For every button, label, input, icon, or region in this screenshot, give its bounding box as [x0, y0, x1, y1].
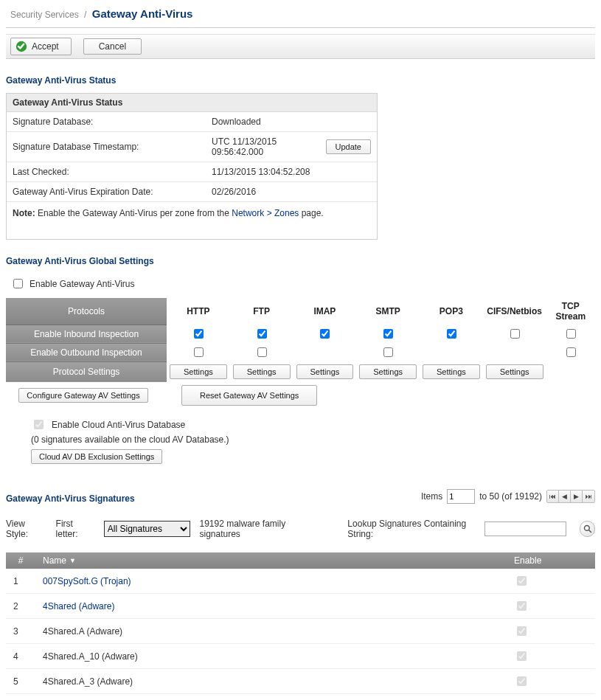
config-row: Configure Gateway AV Settings Reset Gate… — [6, 385, 595, 406]
signature-enable-checkbox[interactable] — [517, 651, 527, 661]
accept-button[interactable]: Accept — [10, 38, 72, 55]
col-ftp: FTP — [230, 298, 293, 325]
outbound-ftp-checkbox[interactable] — [257, 347, 267, 357]
page-from-input[interactable] — [447, 489, 475, 504]
col-imap: IMAP — [293, 298, 357, 325]
outbound-tcpstream-checkbox[interactable] — [566, 347, 576, 357]
prev-page-button[interactable]: ◀ — [559, 491, 571, 502]
last-page-button[interactable]: ⏭ — [583, 491, 594, 502]
first-page-button[interactable]: ⏮ — [547, 491, 559, 502]
signature-enable-checkbox[interactable] — [517, 601, 527, 611]
row-inbound-label: Enable Inbound Inspection — [6, 325, 167, 343]
status-row-ts: Signature Database Timestamp: UTC 11/13/… — [7, 132, 377, 162]
row-inbound: Enable Inbound Inspection — [6, 325, 595, 343]
breadcrumb-parent: Security Services — [10, 10, 79, 20]
row-enable-cell — [507, 569, 595, 594]
settings-pop3-button[interactable]: Settings — [423, 364, 480, 379]
settings-cifsnetbios-button[interactable]: Settings — [486, 364, 543, 379]
outbound-smtp-checkbox[interactable] — [383, 347, 393, 357]
inbound-pop3-checkbox[interactable] — [447, 329, 456, 339]
col-name-header[interactable]: Name ▼ — [35, 552, 507, 569]
status-row-lastchecked: Last Checked: 11/13/2015 13:04:52.208 — [7, 162, 377, 182]
breadcrumb-separator: / — [84, 10, 86, 20]
col-pop3: POP3 — [420, 298, 483, 325]
section-heading-status: Gateway Anti-Virus Status — [6, 75, 595, 86]
signature-enable-checkbox[interactable] — [517, 576, 527, 586]
enable-cloud-av-checkbox[interactable] — [34, 420, 44, 429]
enable-cloud-av-label: Enable Cloud Anti-Virus Database — [52, 420, 185, 430]
row-protocol-settings-label: Protocol Settings — [6, 361, 167, 382]
inbound-imap-checkbox[interactable] — [320, 329, 330, 339]
page-title: Gateway Anti-Virus — [92, 7, 193, 20]
status-note: Note: Enable the Gateway Anti-Virus per … — [7, 202, 377, 239]
row-enable-cell — [507, 619, 595, 644]
section-heading-global: Gateway Anti-Virus Global Settings — [6, 256, 595, 266]
settings-imap-button[interactable]: Settings — [296, 364, 354, 379]
next-page-button[interactable]: ▶ — [571, 491, 583, 502]
settings-smtp-button[interactable]: Settings — [359, 364, 417, 379]
inbound-http-checkbox[interactable] — [194, 329, 204, 339]
enable-gateway-av-label: Enable Gateway Anti-Virus — [29, 279, 135, 289]
divider — [6, 27, 595, 28]
lookup-input[interactable] — [484, 521, 566, 536]
enable-gateway-av-checkbox[interactable] — [13, 279, 23, 288]
signature-name: 4Shared.A (Adware) — [43, 626, 122, 637]
row-number: 6 — [6, 694, 35, 701]
row-number: 5 — [6, 669, 35, 694]
signatures-table: # Name ▼ Enable 1007SpySoft.G (Trojan)24… — [6, 552, 595, 700]
page-to-text: to 50 (of 19192) — [479, 491, 542, 502]
inbound-ftp-checkbox[interactable] — [257, 329, 267, 339]
inbound-smtp-checkbox[interactable] — [383, 329, 393, 339]
accept-button-label: Accept — [32, 41, 59, 52]
view-row: View Style: First letter: All Signatures… — [6, 519, 595, 539]
settings-http-button[interactable]: Settings — [170, 364, 227, 379]
signature-enable-checkbox[interactable] — [517, 676, 527, 686]
table-row: 34Shared.A (Adware) — [6, 619, 595, 644]
table-row: 64Shared.A_9 (Adware) — [6, 694, 595, 701]
search-button[interactable] — [580, 521, 595, 537]
outbound-http-checkbox[interactable] — [194, 347, 204, 357]
network-zones-link[interactable]: Network > Zones — [232, 208, 299, 218]
sort-desc-icon: ▼ — [69, 557, 76, 564]
row-outbound-label: Enable Outbound Inspection — [6, 343, 167, 361]
row-number: 1 — [6, 569, 35, 594]
svg-line-2 — [588, 530, 591, 533]
cloud-exclusion-button[interactable]: Cloud AV DB Exclusion Settings — [31, 449, 162, 464]
table-row: 44Shared.A_10 (Adware) — [6, 644, 595, 669]
signature-enable-checkbox[interactable] — [517, 626, 527, 636]
inbound-tcp-checkbox[interactable] — [566, 329, 576, 339]
label-sigdb: Signature Database: — [13, 117, 212, 127]
table-row: 1007SpySoft.G (Trojan) — [6, 569, 595, 594]
signature-link[interactable]: 4Shared (Adware) — [43, 601, 114, 611]
first-letter-select[interactable]: All Signatures — [104, 521, 191, 537]
reset-gav-button[interactable]: Reset Gateway AV Settings — [181, 385, 317, 406]
cancel-button[interactable]: Cancel — [83, 38, 142, 55]
view-style-label: View Style: — [6, 519, 47, 539]
settings-ftp-button[interactable]: Settings — [233, 364, 291, 379]
status-row-sigdb: Signature Database: Downloaded — [7, 112, 377, 132]
signature-name: 4Shared.A_3 (Adware) — [43, 676, 133, 687]
note-text-b: page. — [299, 208, 323, 218]
row-enable-cell — [507, 594, 595, 619]
update-button[interactable]: Update — [326, 139, 371, 154]
row-enable-cell — [507, 669, 595, 694]
row-name-cell: 4Shared.A_10 (Adware) — [35, 644, 507, 669]
enable-gateway-av-row: Enable Gateway Anti-Virus — [10, 277, 595, 291]
section-heading-signatures: Gateway Anti-Virus Signatures — [6, 493, 135, 504]
note-text-a: Enable the Gateway Anti-Virus per zone f… — [38, 208, 232, 218]
col-name-label: Name — [43, 555, 66, 566]
row-name-cell: 4Shared (Adware) — [35, 594, 507, 619]
configure-gav-button[interactable]: Configure Gateway AV Settings — [18, 388, 147, 403]
signature-link[interactable]: 007SpySoft.G (Trojan) — [43, 576, 131, 586]
col-protocols-header: Protocols — [6, 298, 167, 325]
row-enable-cell — [507, 644, 595, 669]
inbound-cifs-checkbox[interactable] — [510, 329, 520, 339]
row-number: 2 — [6, 594, 35, 619]
protocols-table: Protocols HTTP FTP IMAP SMTP POP3 CIFS/N… — [6, 298, 595, 382]
col-cifs: CIFS/Netbios — [483, 298, 546, 325]
status-row-exp: Gateway Anti-Virus Expiration Date: 02/2… — [7, 182, 377, 202]
row-name-cell: 4Shared.A (Adware) — [35, 619, 507, 644]
status-box: Gateway Anti-Virus Status Signature Data… — [6, 93, 378, 240]
row-name-cell: 4Shared.A_9 (Adware) — [35, 694, 507, 701]
col-enable-header: Enable — [507, 552, 595, 569]
